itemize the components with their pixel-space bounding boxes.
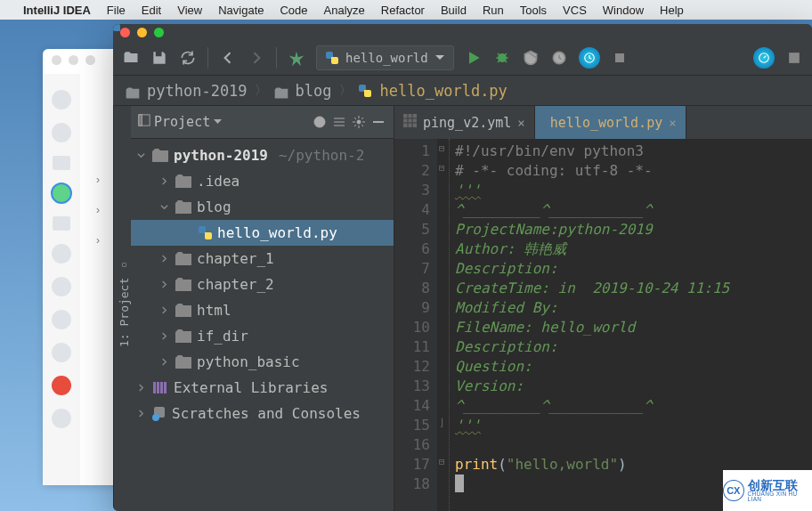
menu-window[interactable]: Window <box>603 4 644 17</box>
tree-item-label: hello_world.py <box>217 224 337 241</box>
line-number-gutter[interactable]: 123456789101112131415161718 <box>394 139 437 511</box>
window-zoom-icon[interactable] <box>154 28 164 37</box>
ide-titlebar[interactable] <box>113 24 812 40</box>
library-icon <box>152 381 168 394</box>
menu-help[interactable]: Help <box>660 4 684 17</box>
editor-tab[interactable]: ping_v2.yml × <box>394 106 535 139</box>
tree-item[interactable]: blog <box>131 194 394 220</box>
bg-sidebar-active-icon <box>52 183 71 203</box>
menubar-app-name[interactable]: IntelliJ IDEA <box>23 4 91 17</box>
tree-item[interactable]: chapter_2 <box>131 272 394 297</box>
breadcrumb-file[interactable]: hello_world.py <box>380 82 508 100</box>
tree-item[interactable]: hello_world.py <box>131 220 394 246</box>
expand-arrow-icon[interactable] <box>158 280 170 288</box>
chevron-down-icon[interactable] <box>214 119 222 125</box>
breadcrumb-separator-icon: 〉 <box>255 83 267 99</box>
bg-window-traffic-lights[interactable] <box>52 55 95 65</box>
tree-external-libraries[interactable]: External Libraries <box>131 375 394 401</box>
timer-widget-icon[interactable] <box>579 47 600 69</box>
tree-scratches[interactable]: Scratches and Consoles <box>131 401 394 426</box>
menu-refactor[interactable]: Refactor <box>381 4 425 17</box>
expand-arrow-icon[interactable] <box>158 255 170 263</box>
menu-vcs[interactable]: VCS <box>563 4 587 17</box>
chevron-down-icon <box>435 55 444 61</box>
save-all-button[interactable] <box>150 49 168 67</box>
scratches-icon <box>152 407 166 421</box>
editor-body[interactable]: 123456789101112131415161718 ⊟ ⊟ ⌋ ⊟ #!/u… <box>394 139 812 511</box>
project-header: Project <box>131 106 394 139</box>
project-header-label[interactable]: Project <box>154 114 210 130</box>
tree-item-label: python_basic <box>197 353 300 370</box>
expand-arrow-icon[interactable] <box>158 177 170 185</box>
expand-arrow-icon[interactable] <box>158 332 170 340</box>
expand-arrow-icon[interactable] <box>134 384 147 392</box>
expand-arrow-icon[interactable] <box>158 358 170 366</box>
structure-tab-icon[interactable] <box>123 263 127 267</box>
breadcrumb-folder[interactable]: blog <box>296 82 332 100</box>
tree-item[interactable]: chapter_1 <box>131 246 394 272</box>
menu-edit[interactable]: Edit <box>142 4 161 17</box>
fold-marker-icon[interactable]: ⊟ <box>439 456 445 467</box>
menu-run[interactable]: Run <box>483 4 504 17</box>
expand-arrow-icon[interactable] <box>134 410 147 418</box>
back-button[interactable] <box>219 49 237 67</box>
svg-rect-13 <box>160 382 163 393</box>
tree-item[interactable]: html <box>131 297 394 323</box>
tree-root[interactable]: python-2019 ~/python-2 <box>131 142 394 168</box>
expand-arrow-icon[interactable] <box>158 306 170 314</box>
debug-button[interactable] <box>493 49 511 67</box>
menu-file[interactable]: File <box>107 4 126 17</box>
build-button[interactable] <box>288 49 305 67</box>
menu-analyze[interactable]: Analyze <box>324 4 365 17</box>
ide-toolbar: hello_world <box>113 40 812 76</box>
expand-arrow-icon[interactable] <box>134 151 147 159</box>
refresh-button[interactable] <box>179 49 197 67</box>
run-button[interactable] <box>465 49 483 67</box>
run-configuration-selector[interactable]: hello_world <box>316 45 454 70</box>
fold-marker-icon[interactable]: ⊟ <box>439 142 445 154</box>
fold-gutter[interactable]: ⊟ ⊟ ⌋ ⊟ <box>437 139 450 511</box>
close-tab-icon[interactable]: × <box>517 116 524 130</box>
hide-button[interactable] <box>370 114 386 130</box>
breadcrumb-root[interactable]: python-2019 <box>147 82 248 100</box>
tree-item[interactable]: if_dir <box>131 323 394 349</box>
window-minimize-icon[interactable] <box>137 28 147 37</box>
menu-code[interactable]: Code <box>280 4 307 17</box>
expand-all-button[interactable] <box>331 114 347 130</box>
tree-item[interactable]: python_basic <box>131 349 394 375</box>
expand-arrow-icon[interactable] <box>158 203 170 211</box>
window-close-icon[interactable] <box>120 28 130 37</box>
svg-rect-11 <box>153 382 156 393</box>
ide-gauge-icon[interactable] <box>753 47 775 69</box>
svg-point-9 <box>318 120 321 124</box>
menu-tools[interactable]: Tools <box>520 4 547 17</box>
bg-sidebar-item-icon <box>52 277 71 296</box>
tree-item-label: html <box>197 302 231 319</box>
fold-marker-icon[interactable]: ⊟ <box>439 162 445 174</box>
close-tab-icon[interactable]: × <box>669 116 676 130</box>
update-button[interactable] <box>785 49 803 67</box>
stop-button[interactable] <box>611 49 629 67</box>
settings-button[interactable] <box>351 114 367 130</box>
folder-icon <box>175 278 191 291</box>
svg-point-10 <box>357 120 361 124</box>
project-tree[interactable]: python-2019 ~/python-2 .ideabloghello_wo… <box>131 139 394 511</box>
folder-icon <box>175 174 191 188</box>
menu-build[interactable]: Build <box>441 4 467 17</box>
run-coverage-button[interactable] <box>522 49 540 67</box>
svg-rect-3 <box>615 53 624 62</box>
menu-view[interactable]: View <box>177 4 202 17</box>
project-tool-window: Project python-2019 ~/python-2 .ideablog… <box>131 106 394 511</box>
forward-button[interactable] <box>248 49 265 67</box>
editor-tab-active[interactable]: hello_world.py × <box>535 106 686 139</box>
profile-button[interactable] <box>550 49 568 67</box>
menu-navigate[interactable]: Navigate <box>218 4 264 17</box>
open-button[interactable] <box>122 49 140 67</box>
bg-window-sidebar <box>43 74 80 485</box>
tree-item[interactable]: .idea <box>131 168 394 194</box>
project-tool-tab[interactable]: 1: Project <box>113 106 131 511</box>
code-text[interactable]: #!/usr/bin/env python3# -*- coding: utf-… <box>450 139 812 511</box>
select-opened-file-button[interactable] <box>312 114 328 130</box>
ide-breadcrumb[interactable]: python-2019 〉 blog 〉 hello_world.py <box>113 76 812 106</box>
tree-root-path: ~/python-2 <box>279 147 364 164</box>
